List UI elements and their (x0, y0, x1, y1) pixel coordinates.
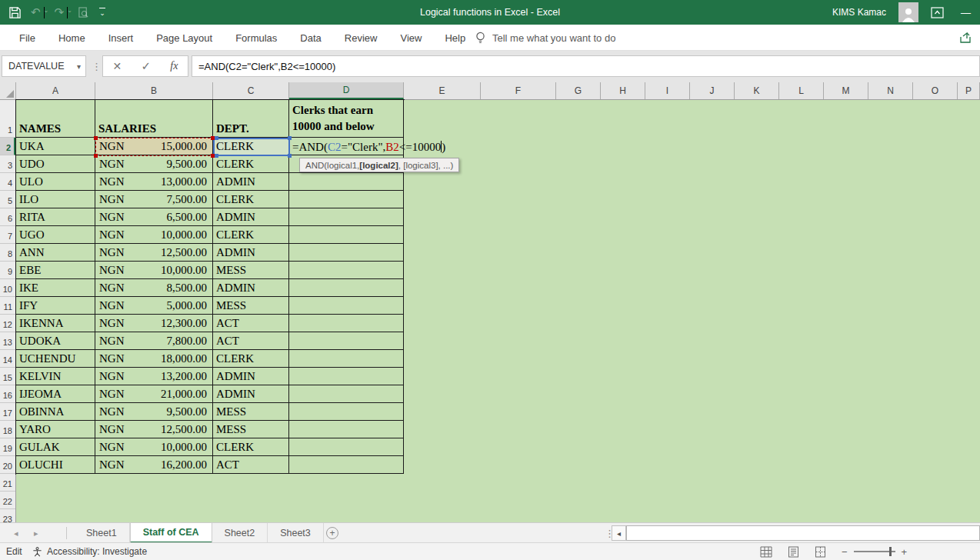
cell-A7[interactable]: UGO (16, 226, 95, 244)
ribbon-tab-help[interactable]: Help (433, 25, 477, 51)
page-break-view-icon[interactable] (815, 546, 826, 558)
column-header-N[interactable]: N (868, 82, 913, 99)
cell-B8[interactable]: NGN12,500.00 (95, 244, 213, 262)
save-icon[interactable] (9, 7, 21, 18)
cell-D10[interactable] (289, 279, 404, 297)
cell-B18[interactable]: NGN12,500.00 (95, 421, 213, 438)
ref-handle[interactable] (94, 154, 98, 158)
column-header-J[interactable]: J (690, 82, 735, 99)
sheet-tab-sheet2[interactable]: Sheet2 (212, 523, 268, 543)
select-all-button[interactable] (0, 82, 16, 99)
accessibility-status[interactable]: Accessibility: Investigate (32, 543, 147, 560)
cancel-button[interactable]: ✕ (113, 60, 122, 72)
cell-A18[interactable]: YARO (16, 421, 95, 438)
zoom-in-button[interactable]: + (902, 546, 908, 558)
enter-button[interactable]: ✓ (142, 59, 152, 73)
cell-B9[interactable]: NGN10,000.00 (95, 262, 213, 279)
cell-C5[interactable]: CLERK (213, 191, 289, 208)
ref-handle[interactable] (288, 154, 292, 158)
sheet-tab-sheet1[interactable]: Sheet1 (74, 523, 130, 543)
cell-B4[interactable]: NGN13,000.00 (95, 173, 213, 191)
cell-A16[interactable]: IJEOMA (16, 385, 95, 403)
column-header-O[interactable]: O (913, 82, 958, 99)
cell-D13[interactable] (289, 332, 404, 350)
cell-B13[interactable]: NGN7,800.00 (95, 332, 213, 350)
cell-D19[interactable] (289, 438, 404, 456)
column-header-A[interactable]: A (16, 82, 95, 99)
ribbon-tab-insert[interactable]: Insert (97, 25, 145, 51)
cell-B14[interactable]: NGN18,000.00 (95, 350, 213, 368)
hscroll-left-arrow[interactable]: ◂ (612, 525, 626, 541)
cell-D7[interactable] (289, 226, 404, 244)
cell-A12[interactable]: IKENNA (16, 315, 95, 332)
row-header-16[interactable]: 16 (0, 385, 15, 403)
row-header-14[interactable]: 14 (0, 350, 15, 368)
cell-D4[interactable] (289, 173, 404, 191)
undo-dropdown-icon[interactable]: ⌄ (44, 7, 45, 18)
cell-C15[interactable]: ADMIN (213, 368, 289, 385)
cell-D9[interactable] (289, 262, 404, 279)
cell-D17[interactable] (289, 403, 404, 421)
cell-A9[interactable]: EBE (16, 262, 95, 279)
cell-D16[interactable] (289, 385, 404, 403)
cell-B11[interactable]: NGN5,000.00 (95, 297, 213, 315)
name-box-dropdown-icon[interactable]: ▾ (77, 62, 85, 71)
cell-D8[interactable] (289, 244, 404, 262)
tell-me-box[interactable]: Tell me what you want to do (475, 25, 615, 51)
undo-icon[interactable]: ↶ (31, 5, 41, 19)
ribbon-tab-view[interactable]: View (388, 25, 433, 51)
cell-C16[interactable]: ADMIN (213, 385, 289, 403)
row-header-1[interactable]: 1 (0, 100, 15, 138)
row-header-2[interactable]: 2 (0, 138, 15, 155)
cell-A10[interactable]: IKE (16, 279, 95, 297)
user-name[interactable]: KIMS Kamac (832, 7, 886, 18)
row-header-7[interactable]: 7 (0, 226, 15, 244)
cell-B19[interactable]: NGN10,000.00 (95, 438, 213, 456)
cell-A15[interactable]: KELVIN (16, 368, 95, 385)
cell-d2-formula-editor[interactable]: =AND(C2="Clerk",B2<=10000) (292, 139, 445, 155)
share-button[interactable] (955, 28, 975, 48)
cell-C17[interactable]: MESS (213, 403, 289, 421)
cell-D6[interactable] (289, 208, 404, 226)
ribbon-display-options-icon[interactable] (931, 7, 944, 18)
cell-D14[interactable] (289, 350, 404, 368)
row-header-20[interactable]: 20 (0, 456, 15, 474)
new-sheet-button[interactable]: + (326, 527, 338, 539)
ribbon-tab-formulas[interactable]: Formulas (224, 25, 288, 51)
column-header-M[interactable]: M (824, 82, 868, 99)
ref-handle[interactable] (94, 136, 98, 140)
column-header-K[interactable]: K (735, 82, 779, 99)
cell-D15[interactable] (289, 368, 404, 385)
cell-A11[interactable]: IFY (16, 297, 95, 315)
cell-B3[interactable]: NGN9,500.00 (95, 155, 213, 173)
cell-A17[interactable]: OBINNA (16, 403, 95, 421)
name-box[interactable]: DATEVALUE ▾ (2, 55, 86, 77)
cell-C4[interactable]: ADMIN (213, 173, 289, 191)
row-header-5[interactable]: 5 (0, 191, 15, 208)
cell-A13[interactable]: UDOKA (16, 332, 95, 350)
ribbon-tab-home[interactable]: Home (47, 25, 97, 51)
cell-B15[interactable]: NGN13,200.00 (95, 368, 213, 385)
row-header-12[interactable]: 12 (0, 315, 15, 332)
cell-C3[interactable]: CLERK (213, 155, 289, 173)
column-header-B[interactable]: B (95, 82, 213, 99)
redo-icon[interactable]: ↷ (55, 5, 65, 19)
cell-A14[interactable]: UCHENDU (16, 350, 95, 368)
cell-D12[interactable] (289, 315, 404, 332)
column-header-P[interactable]: P (958, 82, 980, 99)
ribbon-tab-page-layout[interactable]: Page Layout (145, 25, 224, 51)
cell-A20[interactable]: OLUCHI (16, 456, 95, 474)
cell-D1[interactable]: Clerks that earn 10000 and below (289, 100, 404, 138)
formula-bar-input[interactable]: =AND(C2="Clerk",B2<=10000) (192, 55, 980, 77)
cell-C1[interactable]: DEPT. (213, 100, 289, 138)
row-header-10[interactable]: 10 (0, 279, 15, 297)
cell-A4[interactable]: ULO (16, 173, 95, 191)
column-header-H[interactable]: H (601, 82, 645, 99)
column-header-I[interactable]: I (645, 82, 690, 99)
sheet-nav-right-icon[interactable]: ▸ (34, 523, 38, 543)
cell-A5[interactable]: ILO (16, 191, 95, 208)
cell-B1[interactable]: SALARIES (95, 100, 213, 138)
cell-A2[interactable]: UKA (16, 138, 95, 155)
user-avatar[interactable] (898, 2, 918, 22)
column-header-F[interactable]: F (481, 82, 556, 99)
